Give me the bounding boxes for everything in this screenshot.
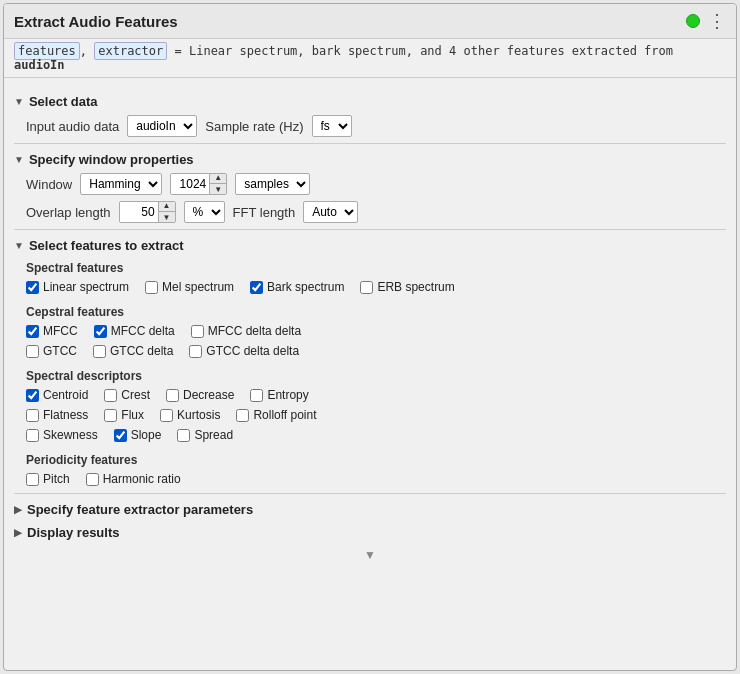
- checkbox-item-spread: Spread: [177, 428, 233, 442]
- label-mel-spectrum: Mel spectrum: [162, 280, 234, 294]
- spectral-desc-row1: Centroid Crest Decrease Entropy: [26, 388, 726, 405]
- window-label: Window: [26, 177, 72, 192]
- section-arrow-select-data: ▼: [14, 96, 24, 107]
- spectral-features-label: Spectral features: [26, 261, 726, 275]
- label-flux: Flux: [121, 408, 144, 422]
- spectral-features-row: Linear spectrum Mel spectrum Bark spectr…: [26, 280, 726, 297]
- checkbox-mfcc[interactable]: [26, 325, 39, 338]
- checkbox-centroid[interactable]: [26, 389, 39, 402]
- status-indicator: [686, 14, 700, 28]
- window-size-spinner: ▲ ▼: [170, 173, 227, 195]
- spectral-desc-row3: Skewness Slope Spread: [26, 428, 726, 445]
- section-select-data[interactable]: ▼ Select data: [14, 94, 726, 109]
- checkbox-item-decrease: Decrease: [166, 388, 234, 402]
- section-label-window-props: Specify window properties: [29, 152, 194, 167]
- checkbox-gtcc[interactable]: [26, 345, 39, 358]
- menu-button[interactable]: ⋮: [708, 12, 726, 30]
- checkbox-slope[interactable]: [114, 429, 127, 442]
- checkbox-mfcc-delta-delta[interactable]: [191, 325, 204, 338]
- section-label-select-features: Select features to extract: [29, 238, 184, 253]
- window-unit-select[interactable]: samples: [235, 173, 310, 195]
- title-bar: Extract Audio Features ⋮: [4, 4, 736, 39]
- checkbox-item-mfcc-delta: MFCC delta: [94, 324, 175, 338]
- checkbox-skewness[interactable]: [26, 429, 39, 442]
- overlap-spinner: ▲ ▼: [119, 201, 176, 223]
- input-audio-row: Input audio data audioIn Sample rate (Hz…: [26, 115, 726, 137]
- section-arrow-select-features: ▼: [14, 240, 24, 251]
- input-audio-label: Input audio data: [26, 119, 119, 134]
- label-pitch: Pitch: [43, 472, 70, 486]
- checkbox-harmonic-ratio[interactable]: [86, 473, 99, 486]
- window-title: Extract Audio Features: [14, 13, 178, 30]
- overlap-spinner-buttons: ▲ ▼: [158, 201, 175, 223]
- checkbox-gtcc-delta-delta[interactable]: [189, 345, 202, 358]
- label-mfcc: MFCC: [43, 324, 78, 338]
- checkbox-rolloff[interactable]: [236, 409, 249, 422]
- overlap-row: Overlap length ▲ ▼ % FFT length Auto: [26, 201, 726, 223]
- checkbox-item-gtcc-delta-delta: GTCC delta delta: [189, 344, 299, 358]
- label-rolloff: Rolloff point: [253, 408, 316, 422]
- window-type-select[interactable]: Hamming: [80, 173, 162, 195]
- checkbox-item-mfcc-delta-delta: MFCC delta delta: [191, 324, 301, 338]
- formula-bar: features, extractor = Linear spectrum, b…: [4, 39, 736, 78]
- checkbox-item-gtcc: GTCC: [26, 344, 77, 358]
- checkbox-decrease[interactable]: [166, 389, 179, 402]
- checkbox-item-harmonic-ratio: Harmonic ratio: [86, 472, 181, 486]
- checkbox-item-mfcc: MFCC: [26, 324, 78, 338]
- checkbox-crest[interactable]: [104, 389, 117, 402]
- label-decrease: Decrease: [183, 388, 234, 402]
- overlap-down[interactable]: ▼: [159, 212, 175, 223]
- checkbox-item-gtcc-delta: GTCC delta: [93, 344, 173, 358]
- cepstral-row1: MFCC MFCC delta MFCC delta delta: [26, 324, 726, 341]
- label-mfcc-delta: MFCC delta: [111, 324, 175, 338]
- section-body-window-props: Window Hamming ▲ ▼ samples Overlap lengt…: [14, 173, 726, 223]
- section-window-props[interactable]: ▼ Specify window properties: [14, 152, 726, 167]
- section-select-features[interactable]: ▼ Select features to extract: [14, 238, 726, 253]
- sample-rate-select[interactable]: fs: [312, 115, 352, 137]
- bottom-scroll-arrow[interactable]: ▼: [14, 544, 726, 566]
- checkbox-flux[interactable]: [104, 409, 117, 422]
- label-centroid: Centroid: [43, 388, 88, 402]
- label-gtcc-delta: GTCC delta: [110, 344, 173, 358]
- window-size-down[interactable]: ▼: [210, 184, 226, 195]
- window-size-input[interactable]: [171, 174, 209, 194]
- overlap-input[interactable]: [120, 202, 158, 222]
- checkbox-spread[interactable]: [177, 429, 190, 442]
- checkbox-flatness[interactable]: [26, 409, 39, 422]
- label-skewness: Skewness: [43, 428, 98, 442]
- formula-source: audioIn: [14, 58, 65, 72]
- section-body-select-data: Input audio data audioIn Sample rate (Hz…: [14, 115, 726, 137]
- spectral-desc-row2: Flatness Flux Kurtosis Rolloff point: [26, 408, 726, 425]
- label-bark-spectrum: Bark spectrum: [267, 280, 344, 294]
- checkbox-mel-spectrum[interactable]: [145, 281, 158, 294]
- main-window: Extract Audio Features ⋮ features, extra…: [3, 3, 737, 671]
- title-controls: ⋮: [686, 12, 726, 30]
- periodicity-row: Pitch Harmonic ratio: [26, 472, 726, 489]
- window-size-up[interactable]: ▲: [210, 173, 226, 184]
- checkbox-entropy[interactable]: [250, 389, 263, 402]
- checkbox-gtcc-delta[interactable]: [93, 345, 106, 358]
- section-label-select-data: Select data: [29, 94, 98, 109]
- checkbox-kurtosis[interactable]: [160, 409, 173, 422]
- section-arrow-display-results: ▶: [14, 527, 22, 538]
- checkbox-item-slope: Slope: [114, 428, 162, 442]
- checkbox-mfcc-delta[interactable]: [94, 325, 107, 338]
- fft-select[interactable]: Auto: [303, 201, 358, 223]
- section-display-results[interactable]: ▶ Display results: [14, 525, 726, 540]
- input-audio-select[interactable]: audioIn: [127, 115, 197, 137]
- checkbox-item-mel-spectrum: Mel spectrum: [145, 280, 234, 294]
- checkbox-erb-spectrum[interactable]: [360, 281, 373, 294]
- label-slope: Slope: [131, 428, 162, 442]
- section-body-select-features: Spectral features Linear spectrum Mel sp…: [14, 261, 726, 489]
- section-feature-extractor[interactable]: ▶ Specify feature extractor parameters: [14, 502, 726, 517]
- overlap-unit-select[interactable]: %: [184, 201, 225, 223]
- label-harmonic-ratio: Harmonic ratio: [103, 472, 181, 486]
- overlap-up[interactable]: ▲: [159, 201, 175, 212]
- cepstral-row2: GTCC GTCC delta GTCC delta delta: [26, 344, 726, 361]
- checkbox-linear-spectrum[interactable]: [26, 281, 39, 294]
- window-row: Window Hamming ▲ ▼ samples: [26, 173, 726, 195]
- checkbox-bark-spectrum[interactable]: [250, 281, 263, 294]
- checkbox-item-linear-spectrum: Linear spectrum: [26, 280, 129, 294]
- checkbox-pitch[interactable]: [26, 473, 39, 486]
- checkbox-item-kurtosis: Kurtosis: [160, 408, 220, 422]
